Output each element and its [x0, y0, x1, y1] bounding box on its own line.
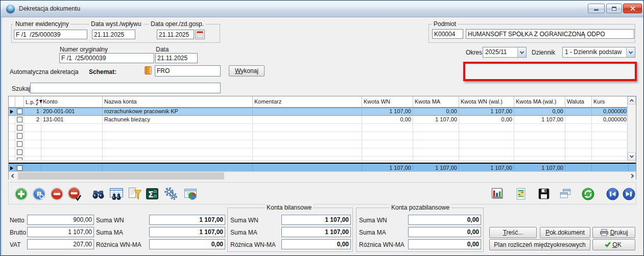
header-komentarz[interactable]: Komentarz — [253, 96, 362, 107]
vertical-scrollbar[interactable] — [627, 96, 636, 161]
summary-kwota-ma-wal: 1 107,00 — [514, 164, 565, 171]
header-waluta[interactable]: Waluta — [565, 96, 592, 107]
bil-suma-wn-value[interactable] — [281, 215, 351, 225]
gears-icon — [164, 187, 178, 201]
schemat-input[interactable] — [155, 65, 221, 76]
tresc-button[interactable]: Treść... — [489, 227, 537, 238]
sum-button[interactable]: Σ — [145, 186, 160, 201]
data-oper-input[interactable] — [157, 30, 194, 39]
add-button[interactable] — [13, 186, 29, 201]
last-record-button[interactable] — [621, 186, 636, 201]
szukaj-input[interactable] — [30, 83, 221, 93]
scroll-left-button[interactable] — [9, 172, 17, 180]
excel-export-button[interactable] — [513, 186, 529, 201]
find-in-table-button[interactable] — [109, 186, 124, 201]
table-empty-row[interactable] — [9, 140, 627, 148]
data-wyst-input[interactable] — [92, 30, 135, 39]
annotation-highlight — [463, 62, 637, 81]
plan-rozliczen-button[interactable]: Plan rozliczeń międzyokresowych — [489, 239, 590, 250]
delete-selected-button[interactable] — [67, 186, 82, 201]
poz-roznica-value[interactable] — [408, 239, 481, 249]
header-kurs[interactable]: Kurs — [592, 96, 627, 107]
first-record-button[interactable] — [605, 186, 620, 201]
header-kwota-ma-wal[interactable]: Kwota MA (wal.) — [514, 96, 565, 107]
table-empty-row[interactable] — [9, 124, 627, 132]
data-wyst-label: Data wyst./wpływu — [89, 20, 143, 28]
okres-dropdown-button[interactable] — [517, 47, 526, 57]
header-nazwa-konta[interactable]: Nazwa konta — [103, 96, 253, 107]
filter-button[interactable] — [127, 186, 142, 201]
chevron-left-icon — [11, 174, 15, 178]
scroll-down-button[interactable] — [628, 152, 636, 161]
chevron-up-icon — [630, 99, 634, 103]
dziennik-select[interactable]: 1 - Dziennik podstaw — [562, 47, 635, 58]
calendar-button[interactable] — [195, 30, 205, 39]
table-empty-row[interactable] — [9, 148, 627, 157]
pok-dokument-button[interactable]: Pok.dokument — [540, 227, 590, 238]
settings-button[interactable] — [163, 186, 179, 201]
check-icon — [605, 241, 611, 247]
chevron-down-icon — [629, 49, 633, 54]
header-konto[interactable]: Konto — [41, 96, 103, 107]
maximize-button[interactable] — [606, 4, 622, 13]
find-button[interactable] — [90, 186, 106, 201]
schemat-picker-button[interactable] — [144, 65, 153, 75]
suma-ma-value[interactable] — [149, 227, 225, 237]
row-checkbox[interactable] — [17, 125, 22, 131]
ok-button[interactable]: OK — [592, 239, 635, 250]
drukuj-button[interactable]: Drukuj — [592, 227, 635, 238]
close-button[interactable] — [623, 4, 642, 13]
poz-suma-wn-value[interactable] — [408, 215, 481, 225]
delete-button[interactable] — [49, 186, 64, 201]
numer-ewidencyjny-input[interactable] — [14, 30, 87, 39]
show-position-button[interactable]: P — [31, 186, 46, 201]
scroll-up-button[interactable] — [628, 96, 636, 105]
table-row-1[interactable]: 1 200-001-001 rozrachunkowe pracownik KP… — [9, 108, 627, 116]
table-empty-row[interactable] — [9, 157, 627, 161]
minimize-button[interactable] — [588, 4, 605, 13]
netto-value[interactable] — [27, 215, 94, 225]
suma-wn-value[interactable] — [149, 215, 225, 225]
graph-button[interactable] — [490, 186, 505, 201]
cascade-windows-button[interactable] — [558, 186, 573, 201]
row-checkbox[interactable] — [17, 149, 22, 155]
wykonaj-button[interactable]: Wykonaj — [229, 65, 265, 76]
row-checkbox[interactable] — [17, 158, 22, 161]
row-checkbox[interactable] — [17, 141, 22, 147]
summary-kwota-wn: 1 107,00 — [362, 164, 413, 171]
bil-suma-ma-value[interactable] — [281, 227, 351, 237]
dziennik-dropdown-button[interactable] — [626, 47, 635, 57]
summary-kwota-ma: 1 107,00 — [413, 164, 459, 171]
horizontal-scrollbar[interactable] — [9, 171, 636, 180]
row-checkbox[interactable] — [17, 133, 22, 139]
titlebar[interactable]: Dekretacja dokumentu — [1, 1, 643, 17]
podmiot-name-input[interactable] — [466, 29, 634, 39]
header-kwota-wn-wal[interactable]: Kwota WN (wal.) — [459, 96, 514, 107]
header-lp[interactable]: L.p. — [24, 96, 41, 107]
table-empty-row[interactable] — [9, 132, 627, 140]
podmiot-code-input[interactable] — [432, 29, 463, 39]
find-in-table-icon — [109, 187, 124, 201]
header-kwota-wn[interactable]: Kwota WN — [362, 96, 413, 107]
vat-value[interactable] — [27, 239, 94, 249]
table-row-2[interactable]: 2 131-001 Rachunek bieżący 0,00 1 107,00… — [9, 116, 627, 124]
summary-checkbox[interactable] — [17, 165, 22, 171]
refresh-button[interactable] — [580, 186, 595, 201]
row-checkbox[interactable] — [17, 109, 22, 114]
bil-roznica-value[interactable] — [281, 239, 351, 249]
numer-oryginalny-label: Numer oryginalny — [60, 46, 108, 53]
scrollbar-thumb[interactable] — [18, 172, 224, 180]
analysis-window-button[interactable] — [183, 186, 198, 201]
scroll-right-button[interactable] — [627, 172, 636, 180]
okres-select[interactable]: 2025/11 — [483, 47, 527, 58]
roznica-value[interactable] — [149, 239, 225, 249]
save-button[interactable] — [536, 186, 552, 201]
brutto-value[interactable] — [27, 227, 94, 237]
poz-suma-ma-value[interactable] — [408, 227, 481, 237]
row-checkbox[interactable] — [17, 117, 22, 122]
numer-oryginalny-input[interactable] — [59, 53, 154, 63]
poz-suma-ma-label: Suma MA — [359, 229, 386, 236]
header-kwota-ma[interactable]: Kwota MA — [413, 96, 459, 107]
data-input[interactable] — [155, 53, 198, 63]
header-checkbox-cell[interactable] — [15, 96, 24, 107]
